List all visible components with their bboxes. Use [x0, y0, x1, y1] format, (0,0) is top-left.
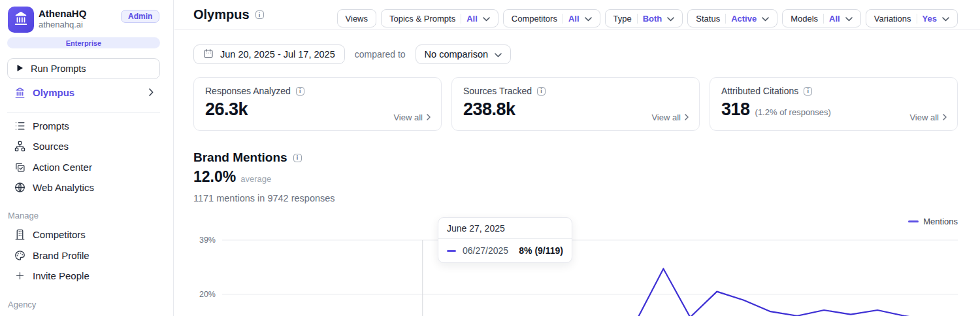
chevron-down-icon — [942, 14, 949, 24]
network-icon — [14, 141, 25, 152]
view-all-link[interactable]: View all — [909, 113, 947, 122]
sidebar: AthenaHQ athenahq.ai Admin Enterprise Ru… — [0, 0, 174, 316]
view-all-link[interactable]: View all — [393, 113, 431, 122]
landmark-icon — [14, 11, 28, 28]
info-icon[interactable] — [296, 87, 304, 96]
legend-dash-icon — [908, 220, 919, 222]
tasks-check-icon — [14, 162, 25, 173]
list-icon — [14, 120, 25, 132]
chart-legend-mentions[interactable]: Mentions — [908, 217, 958, 226]
card-attributed-citations: Attributed Citations 318 (1.2% of respon… — [710, 77, 958, 131]
date-range-picker[interactable]: Jun 20, 2025 - Jul 17, 2025 — [193, 44, 345, 64]
info-icon[interactable] — [255, 10, 264, 19]
chevron-down-icon — [495, 49, 502, 60]
sidebar-item-web-analytics[interactable]: Web Analytics — [7, 177, 160, 197]
card-sources-tracked: Sources Tracked 238.8k View all — [451, 77, 700, 131]
run-prompts-button[interactable]: Run Prompts — [7, 58, 160, 79]
main-content: Olympus Views Topics & Prompts All Compe… — [174, 0, 980, 316]
tooltip-value: 8% (9/119) — [519, 245, 563, 256]
sidebar-divider — [7, 112, 160, 113]
tooltip-date: June 27, 2025 — [438, 218, 572, 239]
view-all-link[interactable]: View all — [651, 113, 689, 122]
tooltip-series-label: 06/27/2025 — [463, 245, 508, 256]
filter-variations[interactable]: Variations Yes — [866, 9, 958, 27]
info-icon[interactable] — [537, 87, 546, 96]
date-toolbar: Jun 20, 2025 - Jul 17, 2025 compared to … — [193, 44, 511, 64]
filter-status[interactable]: Status Active — [687, 9, 777, 27]
average-label: average — [240, 174, 271, 184]
average-row: 12.0% average — [193, 168, 271, 186]
brand-domain: athenahq.ai — [39, 20, 83, 29]
chevron-right-icon — [149, 87, 154, 98]
filter-models[interactable]: Models All — [782, 9, 861, 27]
chart-tooltip: June 27, 2025 06/27/2025 8% (9/119) — [438, 217, 572, 263]
stat-cards: Responses Analyzed 26.3k View all Source… — [193, 77, 958, 131]
brand-mentions-title: Brand Mentions — [193, 150, 302, 165]
globe-icon — [14, 182, 25, 193]
stat-value: 318 — [721, 99, 750, 120]
chevron-down-icon — [762, 14, 769, 24]
filter-topics-prompts[interactable]: Topics & Prompts All — [381, 9, 498, 27]
y-axis-tick: 20% — [196, 290, 216, 299]
app-window: AthenaHQ athenahq.ai Admin Enterprise Ru… — [0, 0, 980, 316]
chevron-down-icon — [845, 14, 853, 24]
info-icon[interactable] — [804, 87, 812, 96]
sidebar-item-action-center[interactable]: Action Center — [7, 157, 160, 177]
sidebar-item-invite-people[interactable]: Invite People — [7, 266, 160, 285]
brand-logo — [8, 7, 34, 33]
info-icon[interactable] — [293, 154, 302, 162]
chevron-right-icon — [427, 113, 431, 122]
compared-to-label: compared to — [351, 49, 410, 60]
chevron-right-icon — [943, 113, 947, 122]
average-value: 12.0% — [193, 168, 236, 186]
y-axis-tick: 39% — [196, 236, 216, 245]
sidebar-item-olympus[interactable]: Olympus — [7, 82, 160, 102]
views-button[interactable]: Views — [337, 9, 376, 27]
stat-value: 26.3k — [205, 99, 248, 120]
brand-name: AthenaHQ — [39, 8, 86, 19]
stat-suffix: (1.2% of responses) — [755, 107, 831, 117]
page-title: Olympus — [193, 7, 264, 22]
chevron-down-icon — [667, 14, 674, 24]
sidebar-item-prompts[interactable]: Prompts — [7, 116, 160, 135]
play-icon — [16, 63, 24, 74]
plus-icon — [14, 271, 25, 281]
chevron-right-icon — [685, 113, 689, 122]
filter-type[interactable]: Type Both — [605, 9, 683, 27]
palette-icon — [14, 250, 25, 261]
admin-badge: Admin — [121, 10, 159, 23]
stat-value: 238.8k — [463, 99, 515, 120]
landmark-icon — [14, 87, 25, 98]
calendar-icon — [203, 48, 214, 61]
comparison-select[interactable]: No comparison — [416, 44, 512, 64]
sidebar-item-brand-profile[interactable]: Brand Profile — [7, 245, 160, 265]
mentions-summary: 1171 mentions in 9742 responses — [193, 193, 335, 203]
chevron-down-icon — [585, 14, 592, 24]
card-responses-analyzed: Responses Analyzed 26.3k View all — [193, 77, 442, 131]
sidebar-item-sources[interactable]: Sources — [7, 136, 160, 156]
building-icon — [14, 229, 25, 240]
sidebar-item-competitors[interactable]: Competitors — [7, 224, 160, 244]
tooltip-row: 06/27/2025 8% (9/119) — [438, 239, 572, 262]
chevron-down-icon — [483, 14, 490, 24]
filter-bar: Views Topics & Prompts All Competitors A… — [337, 9, 958, 27]
plan-badge: Enterprise — [7, 37, 160, 48]
manage-section-heading: Manage — [8, 211, 39, 220]
series-dash-icon — [447, 250, 456, 252]
filter-competitors[interactable]: Competitors All — [503, 9, 600, 27]
agency-section-heading: Agency — [8, 300, 36, 309]
